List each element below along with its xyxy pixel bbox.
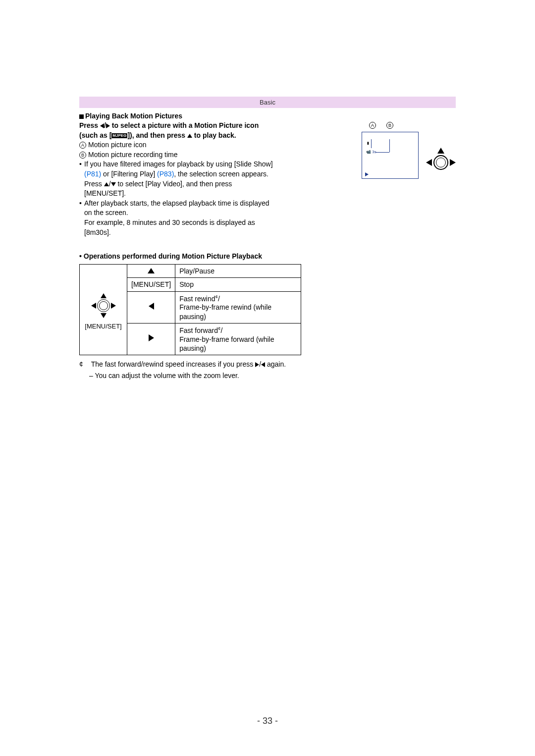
right-arrow-icon <box>106 123 110 128</box>
header-band-text: Basic <box>260 99 275 106</box>
bullet1-text-a: If you have filtered images for playback… <box>84 160 273 168</box>
section-title: Playing Back Motion Pictures <box>79 112 456 120</box>
dpad-icon <box>424 145 458 180</box>
press-text-3: (such as [ <box>79 131 111 139</box>
square-bullet-icon <box>79 114 84 119</box>
label-b-line: BMotion picture recording time <box>79 150 275 160</box>
dpad-center-icon <box>436 158 446 167</box>
right-triangle-icon <box>149 334 154 341</box>
diagram-label-b: B <box>386 122 393 129</box>
instruction-line-2: (such as [MJPEG]), and then press to pla… <box>79 131 275 141</box>
volume-note-text: You can adjust the volume with the zoom … <box>95 372 239 379</box>
dpad-up-icon <box>437 148 444 154</box>
dpad-small-left-icon <box>91 303 96 309</box>
footnote-sup: ¢ <box>215 294 217 299</box>
bullet2-text-b: For example, 8 minutes and 30 seconds is… <box>84 218 255 236</box>
dpad-small-down-icon <box>101 313 107 318</box>
forward-text-1: Fast forward <box>179 326 218 334</box>
forward-text-2: Frame-by-frame forward (while pausing) <box>179 335 274 352</box>
forward-desc: Fast forward¢/ Frame-by-frame forward (w… <box>175 323 301 355</box>
press-text-5: to play back. <box>192 131 236 139</box>
left-arrow-icon <box>100 123 104 128</box>
dpad-small-icon <box>89 291 118 321</box>
link-p81[interactable]: (P81) <box>84 170 101 178</box>
footnote-text-b: again. <box>265 360 286 368</box>
bullet-elapsed: After playback starts, the elapsed playb… <box>79 199 275 237</box>
link-p83[interactable]: (P83) <box>157 170 174 178</box>
footnote-sup: ¢ <box>218 325 220 331</box>
play-pause-desc: Play/Pause <box>175 265 301 278</box>
instruction-line: Press / to select a picture with a Motio… <box>79 121 275 131</box>
button-right-cell <box>127 323 175 355</box>
pointer-line-b <box>375 152 389 153</box>
table-row: [MENU/SET] Play/Pause <box>80 265 301 278</box>
page-number: - 33 - <box>0 716 535 726</box>
bullet2-text-a: After playback starts, the elapsed playb… <box>84 199 269 217</box>
rewind-desc: Fast rewind¢/ Frame-by-frame rewind (whi… <box>175 291 301 323</box>
operations-table: [MENU/SET] Play/Pause [MENU/SET] Stop Fa… <box>79 264 301 355</box>
camera-screen-box: ▮ 📹 3s <box>362 132 419 179</box>
dpad-small-center-icon <box>99 301 108 310</box>
mjpeg-badge-icon: MJPEG <box>111 133 127 138</box>
dpad-right-icon <box>450 159 456 166</box>
dpad-diagram-cell: [MENU/SET] <box>80 265 127 355</box>
left-arrow-icon <box>261 362 265 367</box>
diagram-label-a: A <box>369 122 376 129</box>
circle-b-icon: B <box>79 152 86 159</box>
menu-set-cell: [MENU/SET] <box>127 278 175 291</box>
footnote-text-a: The fast forward/rewind speed increases … <box>91 360 256 368</box>
pointer-line-a <box>371 139 372 148</box>
circle-a-icon: A <box>79 142 86 149</box>
press-text-2: to select a picture with a Motion Pictur… <box>110 121 259 129</box>
up-arrow-icon <box>187 134 192 138</box>
press-text-4: ]), and then press <box>127 131 187 139</box>
pointer-line-b-v <box>389 139 390 152</box>
label-b-desc: Motion picture recording time <box>88 151 178 159</box>
down-arrow-icon <box>111 182 116 186</box>
footnote-para: ¢ The fast forward/rewind speed increase… <box>79 359 456 370</box>
up-triangle-icon <box>148 268 155 273</box>
screen-rec-time: 📹 3s <box>366 150 376 154</box>
press-text-1: Press <box>79 121 100 129</box>
up-arrow-icon <box>104 182 109 186</box>
button-left-cell <box>127 291 175 323</box>
menu-set-label-diagram: [MENU/SET] <box>82 323 125 331</box>
section-header-band: Basic <box>79 97 456 108</box>
screen-mjpeg-icon: ▮ <box>367 141 369 145</box>
asterisk-mark: ¢ <box>79 359 89 370</box>
right-arrow-icon <box>255 362 259 367</box>
operations-heading: • Operations performed during Motion Pic… <box>79 252 456 260</box>
bullet-filtered: If you have filtered images for playback… <box>79 160 275 198</box>
dpad-small-right-icon <box>111 303 116 309</box>
operations-heading-text: Operations performed during Motion Pictu… <box>84 252 262 260</box>
left-triangle-icon <box>149 303 154 310</box>
rewind-text-2: Frame-by-frame rewind (while pausing) <box>179 303 271 320</box>
rewind-text-1: Fast rewind <box>179 294 215 302</box>
dpad-left-icon <box>426 159 432 166</box>
dpad-small-up-icon <box>101 293 107 298</box>
bullet1-text-b: or [Filtering Play] <box>101 170 157 178</box>
label-a-desc: Motion picture icon <box>88 141 147 149</box>
label-a-line: AMotion picture icon <box>79 140 275 150</box>
stop-desc: Stop <box>175 278 301 291</box>
section-title-text: Playing Back Motion Pictures <box>85 112 182 120</box>
volume-note: – You can adjust the volume with the zoo… <box>79 372 456 379</box>
button-up-cell <box>127 265 175 278</box>
screen-play-icon <box>365 172 369 176</box>
